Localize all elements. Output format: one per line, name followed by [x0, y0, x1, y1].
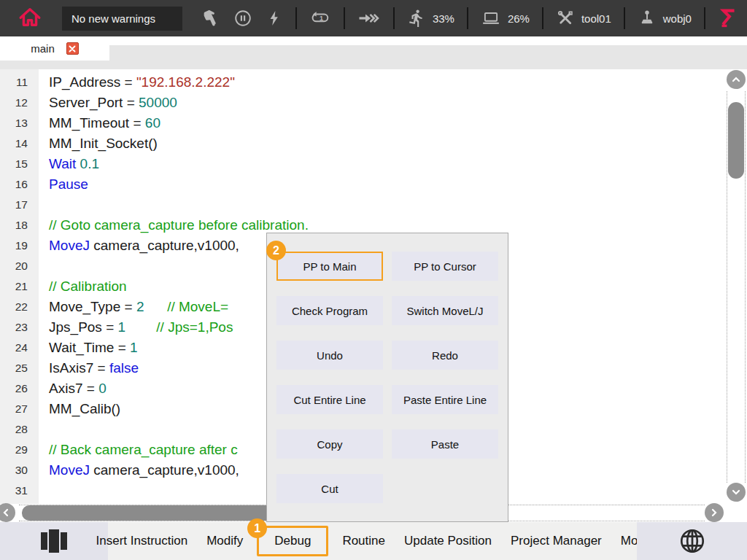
wobj-status[interactable]: wobj0 [638, 9, 692, 28]
chevron-right-icon [709, 508, 719, 518]
redo-button[interactable]: Redo [392, 341, 498, 370]
line-number: 20 [0, 256, 34, 276]
cut-button[interactable]: Cut [276, 474, 383, 503]
home-button[interactable] [10, 0, 50, 36]
language-button[interactable] [637, 522, 747, 560]
topbar-divider [704, 7, 705, 29]
wobj-value: wobj0 [663, 12, 692, 25]
topbar-divider [295, 7, 297, 29]
line-number: 28 [0, 419, 34, 440]
line-number: 30 [0, 460, 34, 481]
tab-band [0, 45, 747, 69]
speed-status[interactable]: 33% [407, 9, 454, 28]
step-mode-button[interactable] [266, 9, 283, 27]
scroll-right-button[interactable] [705, 503, 724, 522]
tab-label: main [31, 42, 55, 55]
topbar-divider [344, 7, 345, 29]
running-man-icon [407, 9, 426, 28]
topbar-divider [467, 7, 468, 29]
pp-to-main-button[interactable]: PP to Main [276, 252, 383, 281]
code-text: Jps_Pos = 1 // Jps=1,Pos [34, 317, 233, 338]
repeat-once-icon: 1 [309, 9, 331, 28]
code-text: MM_Calib() [34, 399, 120, 419]
line-number: 31 [0, 481, 34, 501]
copy-button[interactable]: Copy [276, 429, 383, 459]
touch-mode-button[interactable] [201, 9, 220, 28]
warnings-text: No new warnings [71, 12, 155, 25]
speed-value: 33% [433, 12, 454, 25]
bottom-menu-bar: Insert InstructionModifyDebug1RoutineUpd… [0, 522, 747, 560]
topbar-divider [624, 7, 625, 29]
menu-item-modify[interactable]: Modify [197, 534, 252, 548]
code-line-11[interactable]: 11IP_Address = "192.168.2.222" [0, 72, 726, 93]
topbar-icons: 1 [182, 7, 747, 29]
code-text: Wait_Time = 1 [34, 338, 138, 358]
code-text: Axis7 = 0 [34, 378, 107, 399]
line-number: 13 [0, 113, 34, 133]
pp-to-cursor-button[interactable]: PP to Cursor [392, 252, 498, 281]
joystick-icon [638, 9, 657, 28]
code-line-13[interactable]: 13MM_Timeout = 60 [0, 113, 726, 133]
code-text: IP_Address = "192.168.2.222" [34, 72, 235, 93]
code-text: Pause [34, 174, 88, 195]
menu-item-update-position[interactable]: Update Position [395, 534, 501, 548]
scroll-down-button[interactable] [727, 483, 746, 502]
vertical-scroll-thumb[interactable] [728, 102, 744, 179]
pause-icon [233, 8, 253, 28]
continuous-run-button[interactable] [357, 9, 381, 27]
monitor-status[interactable]: 26% [481, 9, 530, 28]
paste-entire-line-button[interactable]: Paste Entire Line [392, 385, 498, 414]
line-number: 14 [0, 133, 34, 154]
scroll-up-button[interactable] [727, 70, 746, 89]
code-line-14[interactable]: 14MM_Init_Socket() [0, 133, 726, 154]
hand-touch-icon [201, 9, 220, 28]
warnings-status-box[interactable]: No new warnings [62, 7, 182, 31]
code-text [34, 481, 49, 501]
menu-item-project-manager[interactable]: Project Manager [501, 534, 611, 548]
chevron-up-icon [731, 74, 741, 85]
tool-value: tool01 [581, 12, 611, 25]
tools-icon [556, 9, 575, 28]
code-text: IsAxis7 = false [34, 358, 139, 378]
check-program-button[interactable]: Check Program [276, 296, 383, 325]
tab-main[interactable]: main [0, 36, 109, 61]
scroll-left-button[interactable] [0, 503, 15, 522]
menu-item-routine[interactable]: Routine [333, 534, 395, 548]
tool-status[interactable]: tool01 [556, 9, 611, 28]
line-number: 11 [0, 72, 34, 93]
home-icon [17, 5, 43, 31]
cut-entire-line-button[interactable]: Cut Entire Line [276, 385, 383, 414]
code-text: Server_Port = 50000 [34, 93, 177, 113]
robot-logo-icon [718, 7, 737, 29]
code-line-17[interactable]: 17 [0, 195, 726, 215]
lightning-icon [266, 9, 283, 27]
chevron-down-icon [731, 487, 741, 497]
topbar-divider [393, 7, 395, 29]
line-number: 12 [0, 93, 34, 113]
code-text: // Calibration [34, 276, 127, 297]
line-number: 25 [0, 358, 34, 378]
teach-pendant-screen: No new warnings [0, 0, 747, 560]
code-line-12[interactable]: 12Server_Port = 50000 [0, 93, 726, 113]
chevron-left-icon [1, 508, 11, 518]
svg-text:1: 1 [320, 15, 323, 22]
pause-button[interactable] [233, 8, 253, 28]
code-line-16[interactable]: 16Pause [0, 174, 726, 195]
menu-item-insert-instruction[interactable]: Insert Instruction [87, 534, 198, 548]
switch-movel-j-button[interactable]: Switch MoveL/J [392, 296, 498, 325]
paste-button[interactable]: Paste [392, 429, 498, 459]
globe-icon [678, 527, 706, 555]
run-mode-once-button[interactable]: 1 [309, 9, 331, 28]
code-text: MM_Timeout = 60 [34, 113, 160, 133]
menu-item-debug[interactable]: Debug1 [257, 526, 328, 556]
debug-popup-menu: 2 PP to MainPP to CursorCheck ProgramSwi… [266, 233, 508, 522]
undo-button[interactable]: Undo [276, 341, 383, 370]
code-text: MoveJ camera_capture,v1000, [34, 460, 239, 481]
laptop-icon [481, 9, 501, 28]
close-icon[interactable] [66, 42, 79, 55]
line-number: 21 [0, 276, 34, 297]
code-line-15[interactable]: 15Wait 0.1 [0, 154, 726, 174]
tab-strip: main [0, 36, 747, 69]
line-number: 23 [0, 317, 34, 338]
fast-forward-icon [357, 9, 381, 27]
